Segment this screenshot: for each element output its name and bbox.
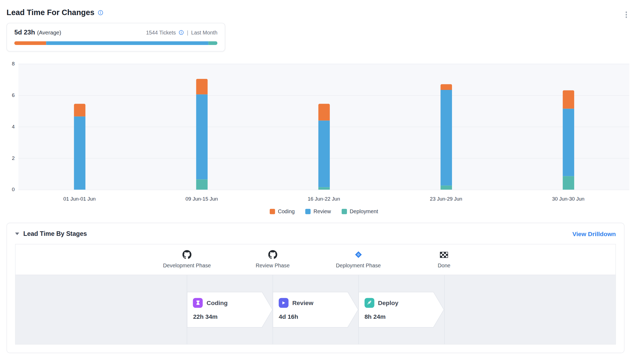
- gridline: [18, 190, 629, 190]
- phase-header-0: Development Phase: [163, 250, 211, 269]
- x-tick-label: 09 Jun-15 Jun: [185, 196, 218, 202]
- review-arrow-icon: [279, 298, 289, 307]
- column-divider: [444, 275, 445, 344]
- checkered-flag-icon: [438, 250, 450, 260]
- bar-segment-review: [196, 94, 208, 180]
- bar-segment-coding: [318, 104, 330, 120]
- x-tick-label: 01 Jun-01 Jun: [63, 196, 96, 202]
- stage-duration: 22h 34m: [193, 313, 272, 320]
- y-tick-label: 8: [12, 61, 15, 66]
- stage-card-review[interactable]: Review4d 16h: [273, 292, 358, 328]
- bar-segment-coding: [563, 90, 574, 108]
- phase-header-2: Deployment Phase: [336, 250, 381, 269]
- bar-segment-deployment: [196, 179, 208, 190]
- bar-segment-review: [563, 108, 574, 176]
- rocket-icon: [364, 298, 374, 307]
- lead-time-chart: 02468 01 Jun-01 Jun09 Jun-15 Jun16 Jun-2…: [18, 64, 629, 215]
- chart-bar-0[interactable]: [74, 104, 85, 190]
- chart-bar-4[interactable]: [563, 90, 574, 190]
- stage-name: Review: [292, 299, 313, 306]
- bar-segment-coding: [74, 104, 85, 117]
- y-tick-label: 0: [12, 187, 15, 192]
- summary-card: 5d 23h (Average) 1544 Tickets | Last Mon…: [6, 23, 225, 51]
- bar-segment-review: [318, 120, 330, 187]
- legend-item-coding[interactable]: Coding: [270, 208, 295, 215]
- stages-panel: Lead Time By Stages View Drilldown Devel…: [6, 223, 624, 353]
- lead-time-dashboard: Lead Time For Changes 5d 23h (Average) 1…: [0, 0, 631, 364]
- page-title: Lead Time For Changes: [6, 8, 94, 17]
- diamond-icon: [336, 250, 381, 260]
- chart-plot: [18, 64, 629, 190]
- legend-swatch: [305, 209, 311, 214]
- progress-segment-coding: [14, 41, 46, 45]
- stage-card-deploy[interactable]: Deploy8h 24m: [358, 292, 444, 328]
- phase-label: Development Phase: [163, 262, 211, 269]
- tickets-count: 1544 Tickets: [146, 29, 176, 36]
- stage-duration: 8h 24m: [364, 313, 444, 320]
- chart-y-axis: 02468: [0, 64, 15, 190]
- bar-segment-review: [74, 117, 85, 190]
- bar-segment-review: [440, 90, 452, 186]
- chart-bar-3[interactable]: [440, 84, 452, 190]
- phase-label: Review Phase: [256, 262, 290, 269]
- bar-segment-coding: [196, 79, 208, 94]
- separator: |: [187, 29, 188, 36]
- legend-item-review[interactable]: Review: [305, 208, 331, 215]
- x-tick-label: 30 Jun-30 Jun: [552, 196, 584, 202]
- stages-panel-header: Lead Time By Stages View Drilldown: [15, 230, 616, 237]
- stage-name: Coding: [206, 299, 227, 306]
- legend-label: Deployment: [350, 208, 378, 215]
- phase-label: Done: [438, 262, 450, 269]
- average-value: 5d 23h: [14, 29, 35, 36]
- kebab-menu-icon[interactable]: [624, 10, 628, 19]
- page-header: Lead Time For Changes: [0, 0, 631, 17]
- title-info-icon[interactable]: [98, 10, 103, 15]
- progress-segment-deployment: [208, 41, 218, 45]
- stage-card-body: Review4d 16h: [273, 292, 358, 327]
- y-tick-label: 2: [12, 155, 15, 161]
- x-tick-label: 23 Jun-29 Jun: [430, 196, 462, 202]
- stage-card-coding[interactable]: Coding22h 34m: [187, 292, 272, 328]
- legend-label: Coding: [278, 208, 295, 215]
- collapse-caret-icon[interactable]: [15, 233, 19, 235]
- github-icon: [256, 250, 290, 260]
- legend-label: Review: [314, 208, 331, 215]
- chart-bar-2[interactable]: [318, 104, 330, 190]
- average-label: (Average): [37, 29, 61, 36]
- phase-header-3: Done: [438, 250, 450, 269]
- gridline: [18, 64, 629, 64]
- chart-bar-1[interactable]: [196, 79, 208, 190]
- legend-swatch: [342, 209, 347, 214]
- github-icon: [163, 250, 211, 260]
- bar-segment-deployment: [318, 187, 330, 190]
- view-drilldown-link[interactable]: View Drilldown: [572, 230, 616, 237]
- phases-header: Development PhaseReview PhaseDeployment …: [16, 244, 616, 275]
- x-tick-label: 16 Jun-22 Jun: [308, 196, 340, 202]
- bar-segment-deployment: [440, 186, 452, 190]
- stages-title: Lead Time By Stages: [23, 230, 87, 237]
- chart-x-axis: 01 Jun-01 Jun09 Jun-15 Jun16 Jun-22 Jun2…: [18, 196, 629, 204]
- legend-swatch: [270, 209, 275, 214]
- stage-duration: 4d 16h: [279, 313, 358, 320]
- period-label: Last Month: [191, 29, 218, 36]
- stages-body: Coding22h 34mReview4d 16hDeploy8h 24m: [16, 275, 616, 344]
- gridline: [18, 95, 629, 96]
- stage-name: Deploy: [378, 299, 398, 306]
- bar-segment-deployment: [563, 176, 574, 190]
- progress-segment-review: [46, 41, 208, 45]
- y-tick-label: 4: [12, 124, 15, 130]
- hourglass-icon: [193, 298, 203, 307]
- legend-item-deployment[interactable]: Deployment: [342, 208, 378, 215]
- tickets-info-icon[interactable]: [179, 30, 184, 35]
- stage-card-body: Deploy8h 24m: [359, 292, 444, 327]
- phase-header-1: Review Phase: [256, 250, 290, 269]
- bar-segment-coding: [440, 84, 452, 90]
- summary-progress-bar: [14, 41, 217, 45]
- y-tick-label: 6: [12, 92, 15, 98]
- stage-card-body: Coding22h 34m: [187, 292, 272, 327]
- chart-legend: CodingReviewDeployment: [18, 208, 629, 215]
- stages-table: Development PhaseReview PhaseDeployment …: [15, 244, 616, 344]
- phase-label: Deployment Phase: [336, 262, 381, 269]
